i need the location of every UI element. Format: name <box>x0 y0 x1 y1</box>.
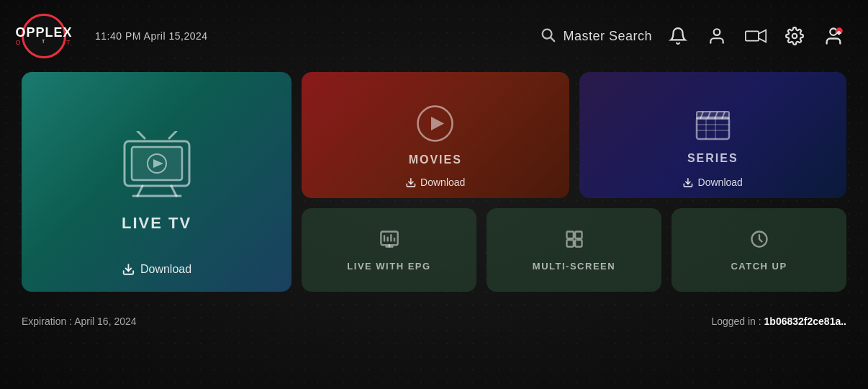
multi-screen-icon <box>564 229 584 254</box>
right-section: MOVIES Download <box>302 72 846 292</box>
logo-text: OPPLEX <box>15 26 72 39</box>
card-series[interactable]: SERIES Download <box>579 72 847 198</box>
header: OPPLEX O T T 11:40 PM April 15,2024 Mast… <box>0 0 868 72</box>
search-label: Master Search <box>563 29 652 44</box>
logo-area: OPPLEX O T T <box>22 14 66 58</box>
live-tv-download-label: Download <box>140 263 191 276</box>
svg-line-16 <box>171 186 176 196</box>
expiration-info: Expiration : April 16, 2024 <box>22 316 137 327</box>
logged-in-value: 1b06832f2ce81a.. <box>764 316 846 327</box>
expiration-date: April 16, 2024 <box>74 316 136 327</box>
movies-download-btn[interactable]: Download <box>405 176 465 188</box>
card-multi-screen[interactable]: MULTI-SCREEN <box>487 208 661 292</box>
svg-point-5 <box>792 34 797 39</box>
account-manage-icon[interactable]: + <box>820 23 846 49</box>
series-download-btn[interactable]: Download <box>683 176 743 188</box>
svg-line-15 <box>137 186 143 196</box>
footer: Expiration : April 16, 2024 Logged in : … <box>0 306 868 336</box>
logged-in-info: Logged in : 1b06832f2ce81a.. <box>711 316 846 327</box>
live-tv-download-btn[interactable]: Download <box>122 263 191 276</box>
user-icon[interactable] <box>704 23 730 49</box>
svg-text:+: + <box>838 30 841 35</box>
search-bar[interactable]: Master Search <box>540 27 652 45</box>
logo-circle: OPPLEX O T T <box>22 14 66 58</box>
svg-point-6 <box>830 29 836 35</box>
play-icon <box>415 104 455 146</box>
svg-marker-4 <box>759 30 766 43</box>
multi-screen-title: MULTI-SCREEN <box>533 261 615 272</box>
settings-icon[interactable] <box>782 23 808 49</box>
top-row: MOVIES Download <box>302 72 846 198</box>
card-catch-up[interactable]: CATCH UP <box>672 208 846 292</box>
svg-rect-3 <box>746 31 759 40</box>
main-content: LIVE TV Download MOVIES <box>0 72 868 306</box>
svg-rect-42 <box>566 240 573 246</box>
catch-up-title: CATCH UP <box>731 261 787 272</box>
card-live-with-epg[interactable]: LIVE WITH EPG <box>302 208 476 292</box>
svg-marker-20 <box>431 117 444 130</box>
bottom-row: LIVE WITH EPG MULTI-SCREEN <box>302 208 846 292</box>
movies-title: MOVIES <box>409 153 462 166</box>
svg-line-9 <box>137 131 145 138</box>
svg-rect-22 <box>697 117 729 139</box>
movies-download-label: Download <box>420 176 465 188</box>
live-with-epg-title: LIVE WITH EPG <box>347 261 430 272</box>
svg-line-10 <box>169 131 176 138</box>
datetime-display: 11:40 PM April 15,2024 <box>95 30 208 42</box>
svg-point-2 <box>714 29 720 35</box>
card-live-tv[interactable]: LIVE TV Download <box>22 72 291 292</box>
svg-line-1 <box>551 37 555 41</box>
svg-rect-33 <box>381 231 397 245</box>
svg-rect-40 <box>566 231 573 238</box>
header-right: Master Search <box>540 23 846 49</box>
record-icon[interactable] <box>743 23 769 49</box>
catch-up-icon <box>749 229 769 254</box>
epg-icon <box>379 229 399 254</box>
logo-sub: O T T <box>15 39 72 46</box>
tv-icon <box>117 131 196 202</box>
series-download-label: Download <box>698 176 743 188</box>
clapper-icon <box>693 106 733 145</box>
series-title: SERIES <box>687 152 738 165</box>
live-tv-title: LIVE TV <box>122 214 191 233</box>
notification-icon[interactable] <box>665 23 691 49</box>
logged-in-label: Logged in : <box>711 316 764 327</box>
expiration-label: Expiration : <box>22 316 74 327</box>
search-icon <box>540 27 556 45</box>
svg-rect-41 <box>575 231 582 238</box>
card-movies[interactable]: MOVIES Download <box>302 72 569 198</box>
svg-rect-43 <box>575 240 582 246</box>
